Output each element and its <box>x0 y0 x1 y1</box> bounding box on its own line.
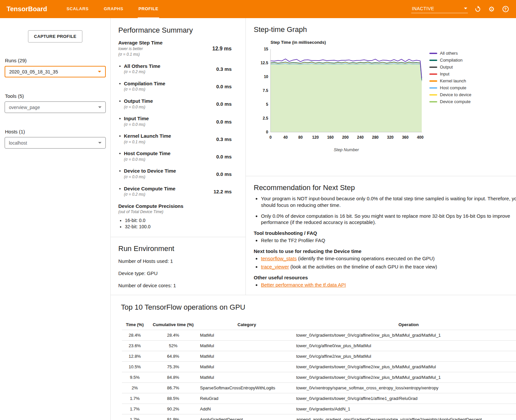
legend-swatch <box>429 80 437 82</box>
table-cell: 84.8% <box>148 372 199 383</box>
recommendation-list: Your program is NOT input-bound because … <box>254 195 516 226</box>
tensorflow-stats-link[interactable]: tensorflow_stats <box>261 256 297 261</box>
svg-text:5: 5 <box>266 102 268 107</box>
chevron-down-icon <box>98 106 101 108</box>
metric-row: Compilation Time(σ = 0.0 ms)0.0 ms <box>118 81 232 93</box>
metric-sigma: (σ = 0.2 ms) <box>124 192 175 197</box>
svg-text:400: 400 <box>417 135 423 140</box>
table-cell: ApplyGradientDescent <box>199 414 295 420</box>
metric-name: Compilation Time <box>124 81 165 87</box>
column-header: Operation <box>295 320 516 330</box>
hosts-select[interactable]: localhost <box>5 137 106 149</box>
legend-swatch <box>429 53 437 54</box>
metric-sigma: (σ = 0.0 ms) <box>124 87 165 92</box>
next-tools-heading: Next tools to use for reducing the Devic… <box>254 248 516 254</box>
column-header: Category <box>199 320 295 330</box>
recommendation-item: Your program is NOT input-bound because … <box>261 195 516 209</box>
table-row: 10.5%75.3%MatMultower_0/v/gradients/towe… <box>122 362 516 372</box>
device-compute-precisions: Device Compute Precisions (out of Total … <box>118 203 232 230</box>
run-environment-section: Run Environment Number of Hosts used: 1D… <box>111 237 245 288</box>
table-cell: MatMul <box>199 372 295 383</box>
nav-tabs: SCALARSGRAPHSPROFILE <box>66 0 173 18</box>
table-row: 28.4%28.4%MatMultower_0/v/gradients/towe… <box>122 330 516 341</box>
legend-swatch <box>429 73 437 75</box>
legend-label: Input <box>440 71 449 76</box>
trace-viewer-link[interactable]: trace_viewer <box>261 264 289 269</box>
svg-text:360: 360 <box>402 135 409 140</box>
svg-text:12.5: 12.5 <box>261 61 269 65</box>
metric-sigma: (σ = 0.0 ms) <box>124 122 149 127</box>
tab-graphs[interactable]: GRAPHS <box>103 0 124 18</box>
bullet-dot <box>119 188 121 189</box>
svg-text:40: 40 <box>283 135 288 140</box>
tools-select[interactable]: overview_page <box>5 101 106 113</box>
table-cell: 91.9% <box>148 414 199 420</box>
svg-text:15: 15 <box>264 47 269 51</box>
gear-icon[interactable]: ⚙ <box>488 5 496 13</box>
refresh-icon[interactable] <box>474 5 482 13</box>
average-step-time-row: Average Step Time lower is better (σ = 0… <box>118 40 232 58</box>
tfdata-performance-link[interactable]: Better performance with the tf.data API <box>261 282 346 288</box>
metric-value: 0.3 ms <box>216 66 232 72</box>
table-cell: MatMul <box>199 362 295 372</box>
precisions-list: 16-bit: 0.032-bit: 100.0 <box>118 217 232 230</box>
table-cell: SparseSoftmaxCrossEntropyWithLogits <box>199 383 295 393</box>
table-cell: 90.2% <box>148 404 199 414</box>
metric-row: Input Time(σ = 0.0 ms)0.0 ms <box>118 116 232 127</box>
metric-row: All Others Time(σ = 0.2 ms)0.3 ms <box>118 63 232 75</box>
table-cell: 86.7% <box>148 383 199 393</box>
performance-summary-section: Performance Summary Average Step Time lo… <box>111 18 245 237</box>
status-dropdown[interactable]: INACTIVE <box>411 5 468 13</box>
tab-scalars[interactable]: SCALARS <box>66 0 89 18</box>
legend-label: Kernel launch <box>440 78 466 83</box>
legend-swatch <box>429 87 437 89</box>
metric-note: lower is better <box>118 46 162 52</box>
svg-text:10: 10 <box>264 74 269 79</box>
legend-label: All others <box>440 51 458 56</box>
help-icon[interactable]: ? <box>502 5 509 13</box>
legend-item: Kernel launch <box>429 79 471 83</box>
legend-label: Compilation <box>440 58 463 63</box>
legend-label: Device to device <box>440 92 471 97</box>
faq-item: Refer to the TF2 Profiler FAQ <box>261 237 516 244</box>
runs-field: Runs (29) 2020_03_05_18_31_35 <box>5 58 106 77</box>
hosts-label: Hosts (1) <box>5 129 106 134</box>
table-cell: 1.7% <box>122 393 148 404</box>
legend-swatch <box>429 67 437 68</box>
metric-row: Device Compute Time(σ = 0.2 ms)12.2 ms <box>118 186 232 198</box>
metric-value: 0.0 ms <box>216 84 232 89</box>
legend-item: Output <box>429 65 471 69</box>
metric-list: All Others Time(σ = 0.2 ms)0.3 msCompila… <box>118 63 232 198</box>
tool-item-desc: (look at the activities on the timeline … <box>289 264 437 269</box>
table-cell: tower_0/v/cg/affine2/xw_plus_b/MatMul <box>295 351 516 362</box>
capture-profile-button[interactable]: CAPTURE PROFILE <box>28 30 82 42</box>
legend-item: Host compute <box>429 86 471 90</box>
table-cell: MatMul <box>199 351 295 362</box>
table-cell: 2% <box>122 383 148 393</box>
metric-value: 12.9 ms <box>212 46 232 52</box>
tab-profile[interactable]: PROFILE <box>138 0 159 18</box>
table-cell: 28.4% <box>148 330 199 341</box>
svg-text:320: 320 <box>387 135 393 140</box>
metric-sigma: (σ = 0.1 ms) <box>124 139 171 145</box>
runs-select[interactable]: 2020_03_05_18_31_35 <box>5 66 106 77</box>
metric-name: Host Compute Time <box>124 151 170 157</box>
metric-sigma: (σ = 0.2 ms) <box>124 69 160 75</box>
bullet-dot <box>119 170 121 172</box>
table-cell: 23.6% <box>122 341 148 351</box>
metric-name: Output Time <box>124 98 153 104</box>
app-header: TensorBoard SCALARSGRAPHSPROFILE INACTIV… <box>0 0 516 18</box>
recommendation-item: Only 0.0% of device computation is 16 bi… <box>261 213 516 226</box>
column-header: Cumulative time (%) <box>148 320 199 330</box>
run-env-line: Number of Hosts used: 1 <box>118 258 238 264</box>
header-actions: INACTIVE ⚙ ? <box>411 0 509 18</box>
column-header: Time (%) <box>122 320 148 330</box>
svg-text:80: 80 <box>298 135 303 140</box>
metric-row: Kernel Launch Time(σ = 0.1 ms)0.3 ms <box>118 133 232 145</box>
table-cell: tower_0/v/gradients/tower_0/v/cg/affine2… <box>295 372 516 383</box>
bullet-dot <box>119 135 121 137</box>
table-cell: MatMul <box>199 341 295 351</box>
table-cell: tower_0/v/gradients/tower_0/v/cg/affine2… <box>295 362 516 372</box>
svg-text:Step Time (in milliseconds): Step Time (in milliseconds) <box>271 40 326 45</box>
metric-sigma: (σ = 0.0 ms) <box>124 104 153 110</box>
